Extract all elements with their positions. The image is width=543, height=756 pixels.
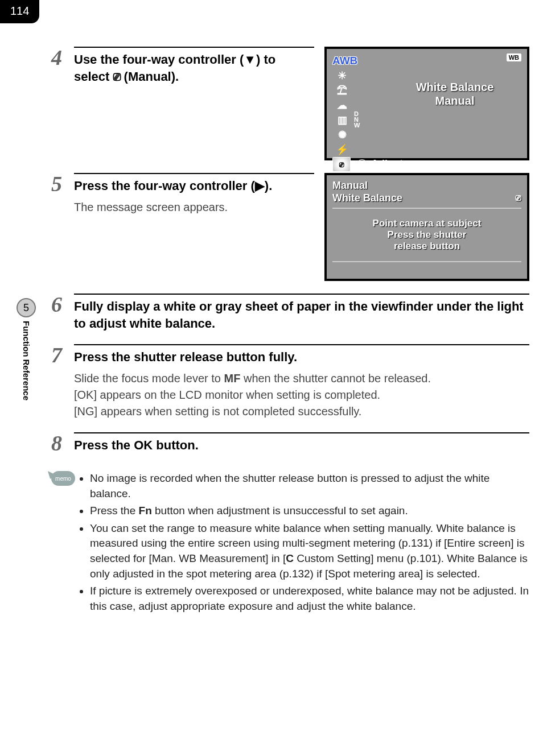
text: [NG] appears when setting is not complet… xyxy=(74,405,361,418)
text: White Balance xyxy=(332,192,402,204)
section-label: Function Reference xyxy=(22,321,31,400)
dial-icon xyxy=(356,159,368,171)
text: Manual xyxy=(435,94,475,107)
text: Point camera at subject xyxy=(336,218,518,229)
right-arrow-icon: ▶ xyxy=(255,179,265,193)
memo-box: memo No image is recorded when the shutt… xyxy=(51,471,529,616)
step-number: 7 xyxy=(51,344,74,366)
awb-option: AWB xyxy=(332,55,352,67)
text: Slide the focus mode lever to xyxy=(74,372,224,385)
text: Press the xyxy=(90,505,139,517)
screen-title: Manual White Balance ⎚ xyxy=(332,180,521,204)
step-heading: Press the four-way controller (▶). xyxy=(74,177,314,195)
custom-menu-c-label: C xyxy=(286,552,294,564)
step-number: 6 xyxy=(51,294,74,315)
manual-wb-icon: ⎚ xyxy=(113,69,121,84)
step-heading: Press the shutter release button fully. xyxy=(74,349,529,366)
step-heading: Press the OK button. xyxy=(74,437,529,454)
adjust-hint: Adjust xyxy=(356,158,489,170)
manual-wb-selected-icon: ⎚ xyxy=(332,157,351,172)
cloudy-icon: ☁ xyxy=(332,99,352,111)
text: Press the shutter xyxy=(336,229,518,241)
daylight-icon: ☀ xyxy=(332,69,352,82)
text: button when adjustment is unsuccessful t… xyxy=(152,505,408,517)
flash-icon: ⚡ xyxy=(332,143,352,156)
memo-item: Press the Fn button when adjustment is u… xyxy=(90,503,529,519)
step-heading: Fully display a white or gray sheet of p… xyxy=(74,298,529,332)
page-number: 114 xyxy=(0,0,39,23)
shade-icon: ⛱ xyxy=(332,85,352,97)
step-number: 8 xyxy=(51,432,74,454)
down-arrow-icon: ▼ xyxy=(244,52,256,67)
text: (Manual). xyxy=(121,69,179,84)
ok-hint: OKOK xyxy=(489,159,521,171)
step-4: 4 Use the four-way controller (▼) to sel… xyxy=(51,47,529,160)
tungsten-icon: ✺ xyxy=(332,129,352,141)
step-text: Slide the focus mode lever to MF when th… xyxy=(74,370,529,420)
text: Press the four-way controller ( xyxy=(74,179,255,193)
step-7: 7 Press the shutter release button fully… xyxy=(51,344,529,420)
step-8: 8 Press the OK button. xyxy=(51,432,529,454)
step-text: The message screen appears. xyxy=(74,199,314,216)
white-balance-menu-screen: WB AWB ☀ White Balance Manual ⛱ ☁ ▥D N W… xyxy=(324,47,529,160)
step-number: 5 xyxy=(51,173,74,195)
step-5: 5 Press the four-way controller (▶). The… xyxy=(51,173,529,281)
wb-badge-icon: WB xyxy=(507,53,521,61)
step-6: 6 Fully display a white or gray sheet of… xyxy=(51,294,529,332)
memo-item: You can set the range to measure white b… xyxy=(90,521,529,581)
text: Manual xyxy=(332,180,368,191)
fluorescent-icon: ▥ xyxy=(332,114,352,126)
text: OK xyxy=(506,159,521,170)
section-number: 5 xyxy=(17,298,36,317)
wb-title: White Balance Manual xyxy=(395,80,515,108)
step-heading: Use the four-way controller (▼) to selec… xyxy=(74,51,314,85)
text: ). xyxy=(265,179,272,193)
text: Use the four-way controller ( xyxy=(74,52,244,67)
ok-box-icon: OK xyxy=(489,161,504,170)
manual-wb-icon: ⎚ xyxy=(516,192,521,203)
memo-list: No image is recorded when the shutter re… xyxy=(80,471,529,616)
memo-bubble-icon: memo xyxy=(51,471,75,486)
step-number: 4 xyxy=(51,47,74,68)
screen-message: Point camera at subject Press the shutte… xyxy=(332,208,521,262)
memo-item: No image is recorded when the shutter re… xyxy=(90,471,529,501)
text: release button xyxy=(336,241,518,252)
dnw-label: D N W xyxy=(354,111,360,129)
text: [OK] appears on the LCD monitor when set… xyxy=(74,389,380,401)
section-side-tab: 5 Function Reference xyxy=(16,298,36,400)
text: Press the xyxy=(74,438,134,452)
fn-button-label: Fn xyxy=(139,505,152,517)
text: White Balance xyxy=(416,81,494,93)
text: Adjust xyxy=(371,158,403,170)
text: button. xyxy=(153,438,199,452)
ok-button-label: OK xyxy=(134,438,153,452)
manual-wb-message-screen: Manual White Balance ⎚ Point camera at s… xyxy=(324,173,529,281)
memo-icon: memo xyxy=(51,471,80,616)
memo-item: If picture is extremely overexposed or u… xyxy=(90,584,529,614)
text: when the shutter cannot be released. xyxy=(240,372,431,385)
mf-label: MF xyxy=(224,372,240,385)
